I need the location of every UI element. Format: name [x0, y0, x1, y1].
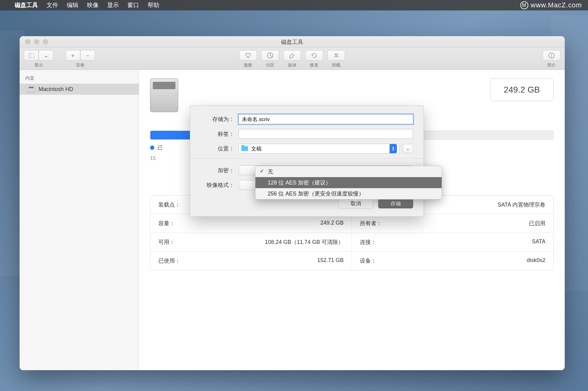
- encryption-option-none[interactable]: 无: [255, 166, 442, 177]
- format-label: 映像格式：: [201, 181, 234, 189]
- detail-value: 已启用: [529, 220, 545, 227]
- toolbar-label-firstaid: 急救: [244, 63, 252, 68]
- detail-key: 容量：: [158, 220, 175, 227]
- close-icon[interactable]: [25, 39, 30, 44]
- menu-edit[interactable]: 编辑: [67, 1, 78, 9]
- detail-key: 设备：: [360, 257, 376, 264]
- svg-point-4: [551, 54, 552, 55]
- info-button[interactable]: [543, 50, 560, 61]
- menu-help[interactable]: 帮助: [148, 1, 159, 9]
- save-as-label: 存储为：: [201, 116, 234, 123]
- toolbar-label-restore: 恢复: [310, 63, 318, 68]
- volume-add-button[interactable]: ＋: [66, 50, 80, 61]
- cancel-button[interactable]: 取消: [338, 199, 373, 208]
- unmount-button[interactable]: [327, 50, 345, 61]
- view-menu-chevron[interactable]: ⌄: [39, 50, 53, 61]
- volume-remove-button[interactable]: －: [80, 50, 95, 61]
- toolbar-label-info: 简介: [547, 63, 556, 68]
- detail-value: 108.24 GB（11.74 GB 可清除）: [265, 238, 344, 246]
- restore-button[interactable]: [305, 50, 323, 61]
- window-title: 磁盘工具: [281, 38, 303, 46]
- detail-value: 249.2 GB: [320, 220, 344, 227]
- detail-value: SATA: [532, 238, 545, 246]
- disk-size-badge: 249.2 GB: [490, 78, 554, 101]
- disk-large-icon: [150, 78, 178, 112]
- save-button[interactable]: 存储: [378, 199, 413, 208]
- toolbar-label-volume: 宗卷: [76, 63, 85, 68]
- toolbar: ⌄ 显示 ＋ － 宗卷 急救 分区 抹掉 恢复 卸载 简介: [20, 48, 565, 70]
- folder-icon: [241, 146, 248, 151]
- toolbar-label-partition: 分区: [266, 63, 274, 68]
- detail-key: 可用：: [158, 238, 175, 246]
- view-sidebar-toggle[interactable]: [24, 50, 39, 61]
- sidebar-section-internal: 内置: [20, 73, 139, 84]
- encryption-option-aes256[interactable]: 256 位 AES 加密（更安全但速度较慢）: [255, 188, 442, 199]
- encryption-dropdown-menu: 无 128 位 AES 加密（建议） 256 位 AES 加密（更安全但速度较慢…: [255, 166, 442, 199]
- save-sheet: 存储为： 标签： 位置： 文稿 ▲▼ ⌄ 加密： ▲▼ 映像格式：: [190, 105, 424, 217]
- menu-view[interactable]: 显示: [107, 1, 119, 9]
- legend-dot-icon: [150, 146, 154, 150]
- legend-subtext: 15: [150, 155, 156, 161]
- detail-value: 152.71 GB: [317, 257, 344, 264]
- menu-image[interactable]: 映像: [87, 1, 99, 9]
- app-menu[interactable]: 磁盘工具: [15, 1, 38, 9]
- tags-label: 标签：: [201, 130, 234, 138]
- detail-value: disk0s2: [527, 257, 545, 264]
- where-label: 位置：: [201, 145, 234, 152]
- watermark-text: www.MacZ.com: [531, 1, 582, 9]
- detail-key: 装载点：: [158, 201, 180, 208]
- menu-window[interactable]: 窗口: [127, 1, 139, 9]
- detail-key: 所有者：: [360, 220, 382, 227]
- firstaid-button[interactable]: [239, 50, 257, 61]
- sidebar-item-macintosh-hd[interactable]: Macintosh HD: [20, 84, 139, 95]
- system-menubar: 磁盘工具 文件 编辑 映像 显示 窗口 帮助 M www.MacZ.com: [0, 0, 588, 10]
- menu-file[interactable]: 文件: [47, 1, 58, 9]
- globe-icon: M: [520, 1, 528, 9]
- toolbar-label-unmount: 卸载: [332, 63, 341, 68]
- where-value: 文稿: [251, 145, 262, 152]
- encrypt-label: 加密：: [201, 167, 234, 174]
- sidebar-item-label: Macintosh HD: [39, 86, 73, 93]
- partition-button[interactable]: [261, 50, 279, 61]
- detail-value: SATA 内置物理宗卷: [498, 201, 545, 208]
- encryption-option-aes128[interactable]: 128 位 AES 加密（建议）: [255, 177, 442, 188]
- detail-key: 已使用：: [158, 257, 180, 264]
- save-as-input[interactable]: [239, 114, 413, 124]
- zoom-icon[interactable]: [43, 39, 48, 44]
- where-popup[interactable]: 文稿 ▲▼: [239, 144, 400, 154]
- minimize-icon[interactable]: [34, 39, 39, 44]
- sidebar: 内置 Macintosh HD: [20, 70, 139, 370]
- svg-rect-0: [28, 53, 34, 58]
- toolbar-label-view: 显示: [34, 63, 43, 68]
- divider: [190, 158, 424, 159]
- window-titlebar[interactable]: 磁盘工具: [20, 36, 565, 48]
- updown-arrows-icon: ▲▼: [390, 144, 397, 153]
- tags-input[interactable]: [239, 129, 413, 139]
- legend-text: 已: [157, 144, 163, 151]
- expand-browser-button[interactable]: ⌄: [403, 144, 413, 153]
- erase-button[interactable]: [283, 50, 301, 61]
- watermark: M www.MacZ.com: [520, 1, 582, 9]
- harddrive-icon: [28, 85, 35, 93]
- traffic-lights[interactable]: [20, 39, 48, 44]
- disk-utility-window: 磁盘工具 ⌄ 显示 ＋ － 宗卷 急救 分区 抹掉 恢复 卸载: [20, 36, 565, 370]
- toolbar-label-erase: 抹掉: [288, 63, 296, 68]
- detail-key: 连接：: [360, 238, 376, 246]
